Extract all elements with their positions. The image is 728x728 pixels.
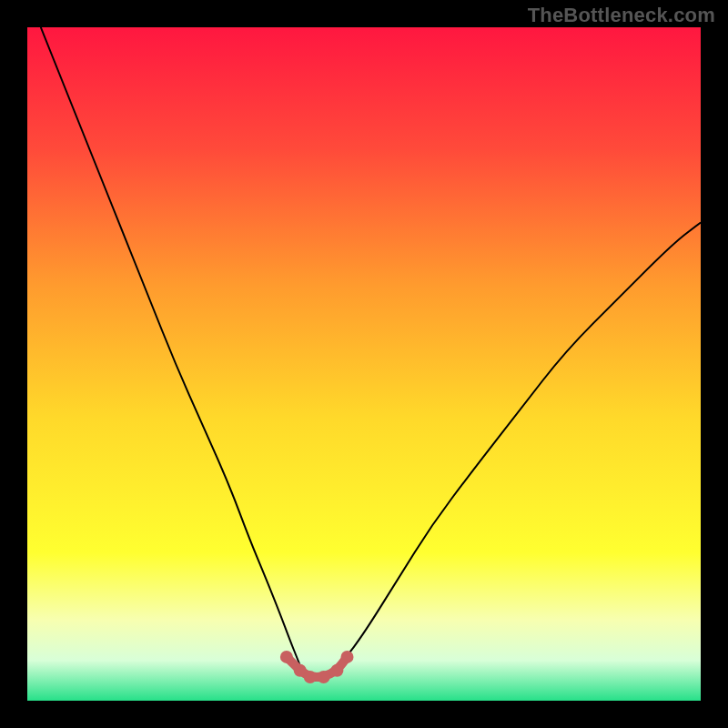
chart-svg: [27, 27, 701, 701]
watermark-text: TheBottleneck.com: [528, 4, 715, 27]
series-dot-bottom-marker: [318, 671, 330, 683]
plot-area: [27, 27, 701, 701]
series-dot-bottom-marker: [280, 651, 293, 663]
series-dot-bottom-marker: [304, 671, 317, 683]
series-dot-bottom-marker: [330, 664, 343, 677]
chart-frame: TheBottleneck.com: [0, 0, 728, 728]
chart-background: [27, 27, 701, 701]
series-dot-bottom-marker: [341, 651, 354, 663]
